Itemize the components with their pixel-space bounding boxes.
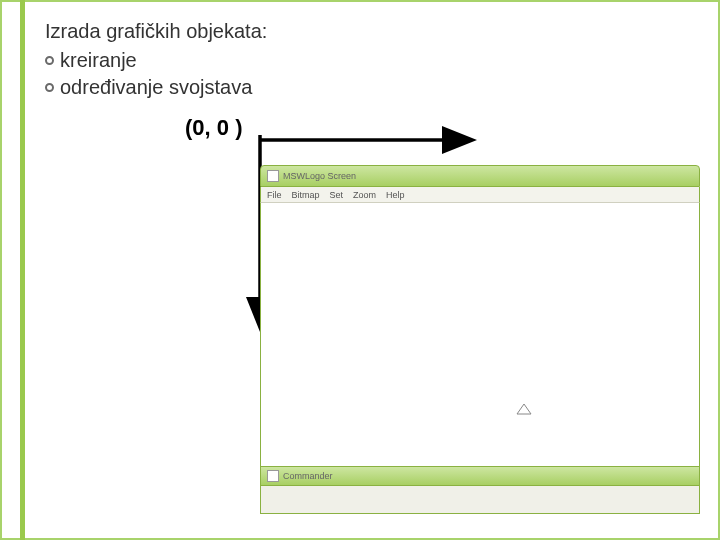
commander-title: Commander	[283, 471, 333, 481]
bullet-item: kreiranje	[45, 49, 700, 72]
bullet-label: kreiranje	[60, 49, 137, 72]
svg-marker-3	[517, 404, 531, 414]
menu-item[interactable]: Bitmap	[292, 190, 320, 200]
origin-label: (0, 0 )	[185, 115, 242, 141]
menu-item[interactable]: Set	[330, 190, 344, 200]
canvas-area	[260, 203, 700, 466]
app-icon	[267, 470, 279, 482]
menu-item[interactable]: Zoom	[353, 190, 376, 200]
heading-text: Izrada grafičkih objekata:	[45, 20, 700, 43]
commander-body	[260, 486, 700, 514]
window-title: MSWLogo Screen	[283, 171, 356, 181]
left-accent-bar	[20, 0, 25, 540]
menu-item[interactable]: Help	[386, 190, 405, 200]
commander-titlebar: Commander	[260, 466, 700, 486]
turtle-icon	[516, 403, 532, 415]
menu-bar: File Bitmap Set Zoom Help	[260, 187, 700, 203]
bullet-icon	[45, 83, 54, 92]
bullet-label: određivanje svojstava	[60, 76, 252, 99]
bullet-item: određivanje svojstava	[45, 76, 700, 99]
menu-item[interactable]: File	[267, 190, 282, 200]
bullet-icon	[45, 56, 54, 65]
app-icon	[267, 170, 279, 182]
mswlogo-screenshot: MSWLogo Screen File Bitmap Set Zoom Help…	[260, 165, 700, 515]
window-titlebar: MSWLogo Screen	[260, 165, 700, 187]
